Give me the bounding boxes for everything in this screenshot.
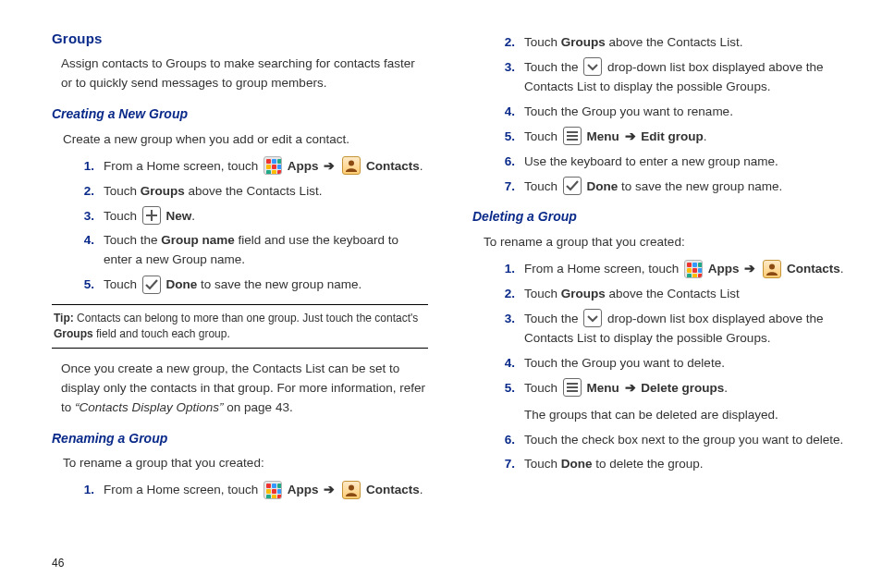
text: Touch — [524, 179, 561, 193]
step-text: From a Home screen, touch Apps ➔ Contact… — [104, 481, 428, 500]
svg-point-2 — [769, 263, 775, 269]
apps-label: Apps — [708, 262, 740, 276]
deleting-steps: 1. From a Home screen, touch Apps ➔ Cont… — [491, 260, 849, 474]
arrow-icon: ➔ — [324, 159, 335, 173]
list-item: 5. Touch Menu ➔ Edit group. — [491, 128, 849, 147]
list-item: 7. Touch Done to delete the group. — [491, 455, 849, 474]
text: Touch — [524, 457, 561, 471]
text: Touch — [104, 184, 141, 198]
text: above the Contacts List. — [185, 184, 323, 198]
after-tip-paragraph: Once you create a new group, the Contact… — [61, 360, 428, 418]
step-number: 1. — [70, 481, 104, 500]
step-text: Use the keyboard to enter a new group na… — [524, 153, 849, 172]
step-number: 3. — [491, 310, 524, 349]
text-bold: Edit group — [641, 129, 704, 143]
step-number: 5. — [70, 276, 104, 295]
step-text: Touch the check box next to the group yo… — [524, 431, 849, 450]
text: . — [420, 159, 423, 173]
contacts-icon — [342, 156, 361, 175]
text-bold: Groups — [561, 35, 606, 49]
text-bold: Group name — [161, 233, 235, 247]
list-item: 4. Touch the Group name field and use th… — [70, 231, 428, 270]
list-item: 6. Use the keyboard to enter a new group… — [491, 153, 849, 172]
arrow-icon: ➔ — [625, 129, 636, 143]
step-number: 5. — [491, 128, 524, 147]
two-column-layout: Groups Assign contacts to Groups to make… — [52, 28, 849, 549]
text: Touch — [524, 287, 561, 300]
step-number: 5. — [491, 379, 524, 425]
text: . — [840, 262, 844, 276]
creating-steps: 1. From a Home screen, touch Apps ➔ Cont… — [70, 157, 428, 296]
step-text: Touch the Group you want to rename. — [524, 103, 849, 122]
text: Touch the — [524, 312, 582, 325]
text: From a Home screen, touch — [104, 483, 262, 496]
text-bold: Groups — [561, 287, 606, 300]
step-text: Touch the Group name field and use the k… — [104, 231, 428, 270]
text-bold: Done — [166, 277, 198, 291]
text-bold: Groups — [141, 184, 185, 198]
creating-intro: Create a new group when you add or edit … — [63, 130, 428, 150]
step-text: Touch the drop-down list box displayed a… — [524, 310, 849, 349]
text: to delete the group. — [593, 457, 704, 471]
text: above the Contacts List. — [606, 35, 743, 49]
text: . — [191, 209, 195, 223]
cross-reference: “Contacts Display Options” — [75, 400, 224, 414]
step-text: Touch Done to save the new group name. — [104, 276, 428, 295]
step-number: 7. — [491, 455, 524, 474]
plus-icon — [142, 206, 161, 225]
tip-label: Tip: — [54, 312, 74, 325]
arrow-icon: ➔ — [324, 483, 335, 496]
step-number: 3. — [70, 207, 104, 227]
step-text: Touch Done to delete the group. — [524, 455, 849, 474]
text: Touch the — [104, 233, 161, 247]
svg-point-0 — [349, 161, 354, 166]
contacts-label: Contacts — [787, 262, 840, 276]
list-item: 2. Touch Groups above the Contacts List. — [70, 182, 428, 202]
list-item: 1. From a Home screen, touch Apps ➔ Cont… — [70, 481, 428, 500]
list-item: 5. Touch Done to save the new group name… — [70, 276, 428, 295]
text: to save the new group name. — [618, 179, 782, 193]
menu-icon — [563, 127, 582, 145]
dropdown-icon — [583, 57, 602, 76]
heading-groups: Groups — [52, 28, 428, 49]
list-item: 2. Touch Groups above the Contacts List. — [491, 33, 849, 53]
list-item: 3. Touch the drop-down list box displaye… — [491, 58, 849, 97]
step-number: 2. — [70, 182, 104, 202]
step-text: Touch Groups above the Contacts List. — [104, 182, 428, 202]
step-number: 2. — [491, 285, 524, 304]
step-text: Touch Groups above the Contacts List — [524, 285, 849, 304]
manual-page: Groups Assign contacts to Groups to make… — [0, 0, 882, 588]
text: above the Contacts List — [606, 287, 740, 300]
checkmark-icon — [142, 276, 161, 294]
list-item: 1. From a Home screen, touch Apps ➔ Cont… — [491, 260, 849, 279]
text: Touch — [104, 277, 141, 291]
arrow-icon: ➔ — [744, 262, 755, 276]
tip-text: Contacts can belong to more than one gro… — [74, 312, 419, 325]
step-text: Touch the drop-down list box displayed a… — [524, 58, 849, 97]
step-number: 3. — [491, 58, 524, 97]
text: Touch the — [524, 60, 582, 74]
text: Touch — [524, 381, 561, 395]
text-bold: Menu — [587, 129, 619, 143]
text-bold: Done — [561, 457, 593, 471]
step-number: 6. — [491, 431, 524, 450]
renaming-steps: 1. From a Home screen, touch Apps ➔ Cont… — [70, 481, 428, 500]
step-text: Touch Done to save the new group name. — [524, 178, 849, 197]
list-item: 2. Touch Groups above the Contacts List — [491, 285, 849, 304]
arrow-icon: ➔ — [625, 381, 636, 395]
text: . — [704, 129, 707, 143]
left-column: Groups Assign contacts to Groups to make… — [52, 28, 428, 549]
step-number: 4. — [70, 231, 104, 270]
step-text: Touch the Group you want to delete. — [524, 354, 849, 374]
tip-text: field and touch each group. — [93, 327, 230, 340]
heading-deleting-group: Deleting a Group — [472, 207, 849, 227]
list-item: 4. Touch the Group you want to delete. — [491, 354, 849, 374]
apps-icon — [263, 481, 282, 499]
text: on page 43. — [224, 400, 293, 414]
text: From a Home screen, touch — [524, 262, 682, 276]
text: . — [420, 483, 423, 496]
text: to save the new group name. — [197, 277, 361, 291]
step-note: The groups that can be deleted are displ… — [524, 406, 849, 425]
text: field — [235, 233, 262, 247]
checkmark-icon — [563, 177, 582, 195]
